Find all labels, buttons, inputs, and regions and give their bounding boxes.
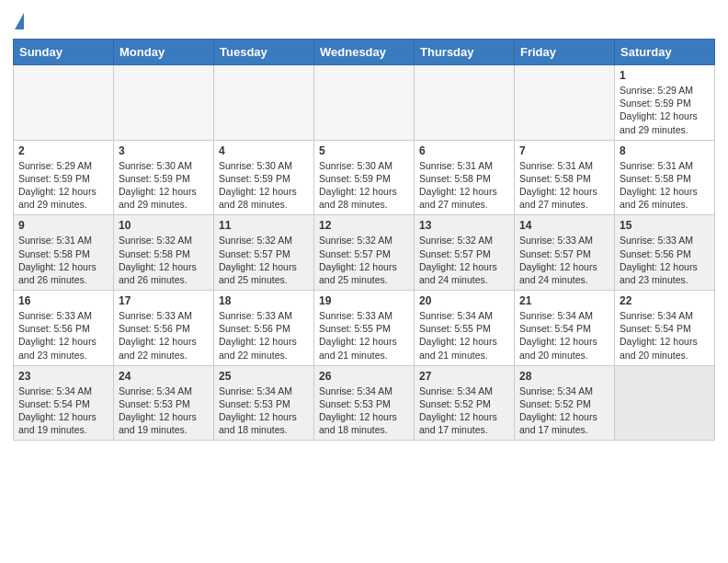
day-info: Sunrise: 5:33 AMSunset: 5:56 PMDaylight:… [119,309,209,362]
calendar-day-cell [615,365,715,441]
day-number: 22 [620,294,710,307]
day-number: 10 [119,219,209,232]
calendar-day-cell: 5Sunrise: 5:30 AMSunset: 5:59 PMDaylight… [314,140,415,215]
calendar-day-cell: 26Sunrise: 5:34 AMSunset: 5:53 PMDayligh… [314,365,415,441]
calendar-day-cell: 17Sunrise: 5:33 AMSunset: 5:56 PMDayligh… [114,291,214,366]
calendar-day-cell: 27Sunrise: 5:34 AMSunset: 5:52 PMDayligh… [415,365,515,441]
calendar-day-cell [214,65,314,141]
day-info: Sunrise: 5:29 AMSunset: 5:59 PMDaylight:… [18,159,108,212]
day-number: 7 [519,144,609,157]
day-info: Sunrise: 5:30 AMSunset: 5:59 PMDaylight:… [319,159,409,212]
calendar-day-cell: 4Sunrise: 5:30 AMSunset: 5:59 PMDaylight… [214,140,314,215]
day-number: 17 [119,294,209,307]
day-info: Sunrise: 5:33 AMSunset: 5:56 PMDaylight:… [620,234,710,286]
day-info: Sunrise: 5:34 AMSunset: 5:53 PMDaylight:… [219,385,309,437]
calendar-day-cell: 18Sunrise: 5:33 AMSunset: 5:56 PMDayligh… [214,291,314,366]
calendar-day-cell [415,65,515,141]
calendar-day-cell: 20Sunrise: 5:34 AMSunset: 5:55 PMDayligh… [415,291,515,366]
calendar-day-cell: 15Sunrise: 5:33 AMSunset: 5:56 PMDayligh… [615,215,715,291]
day-number: 26 [319,370,409,383]
day-number: 2 [18,144,108,157]
day-number: 18 [219,294,309,307]
calendar-day-cell [314,65,415,141]
calendar-day-cell: 8Sunrise: 5:31 AMSunset: 5:58 PMDaylight… [615,140,715,215]
calendar-day-cell [515,65,615,141]
calendar-day-cell: 11Sunrise: 5:32 AMSunset: 5:57 PMDayligh… [214,215,314,291]
calendar-day-cell: 12Sunrise: 5:32 AMSunset: 5:57 PMDayligh… [314,215,415,291]
day-info: Sunrise: 5:33 AMSunset: 5:56 PMDaylight:… [219,309,309,362]
header [13,9,715,31]
day-number: 23 [18,370,108,383]
day-number: 6 [419,144,509,157]
calendar-week-row-2: 9Sunrise: 5:31 AMSunset: 5:58 PMDaylight… [14,215,715,291]
day-number: 11 [219,219,309,232]
page: SundayMondayTuesdayWednesdayThursdayFrid… [0,0,728,454]
day-info: Sunrise: 5:29 AMSunset: 5:59 PMDaylight:… [620,84,710,136]
calendar-header-thursday: Thursday [415,40,515,65]
day-info: Sunrise: 5:30 AMSunset: 5:59 PMDaylight:… [119,159,209,212]
calendar-header-saturday: Saturday [615,40,715,65]
logo [13,13,24,31]
day-info: Sunrise: 5:31 AMSunset: 5:58 PMDaylight:… [519,159,609,212]
day-info: Sunrise: 5:34 AMSunset: 5:52 PMDaylight:… [419,385,509,437]
calendar-day-cell: 22Sunrise: 5:34 AMSunset: 5:54 PMDayligh… [615,291,715,366]
calendar-day-cell [114,65,214,141]
calendar-day-cell: 19Sunrise: 5:33 AMSunset: 5:55 PMDayligh… [314,291,415,366]
day-number: 13 [419,219,509,232]
day-number: 21 [519,294,609,307]
calendar-day-cell: 3Sunrise: 5:30 AMSunset: 5:59 PMDaylight… [114,140,214,215]
calendar-day-cell: 13Sunrise: 5:32 AMSunset: 5:57 PMDayligh… [415,215,515,291]
calendar-day-cell: 23Sunrise: 5:34 AMSunset: 5:54 PMDayligh… [14,365,114,441]
calendar-day-cell: 28Sunrise: 5:34 AMSunset: 5:52 PMDayligh… [515,365,615,441]
calendar-day-cell: 24Sunrise: 5:34 AMSunset: 5:53 PMDayligh… [114,365,214,441]
calendar-header-monday: Monday [114,40,214,65]
day-info: Sunrise: 5:34 AMSunset: 5:54 PMDaylight:… [620,309,710,362]
calendar-day-cell: 1Sunrise: 5:29 AMSunset: 5:59 PMDaylight… [615,65,715,141]
calendar-day-cell: 7Sunrise: 5:31 AMSunset: 5:58 PMDaylight… [515,140,615,215]
calendar-header-tuesday: Tuesday [214,40,314,65]
day-info: Sunrise: 5:31 AMSunset: 5:58 PMDaylight:… [620,159,710,212]
day-number: 25 [219,370,309,383]
day-info: Sunrise: 5:31 AMSunset: 5:58 PMDaylight:… [419,159,509,212]
day-info: Sunrise: 5:34 AMSunset: 5:52 PMDaylight:… [519,385,609,437]
calendar-header-row: SundayMondayTuesdayWednesdayThursdayFrid… [14,40,715,65]
calendar-day-cell: 9Sunrise: 5:31 AMSunset: 5:58 PMDaylight… [14,215,114,291]
calendar-day-cell: 21Sunrise: 5:34 AMSunset: 5:54 PMDayligh… [515,291,615,366]
day-info: Sunrise: 5:34 AMSunset: 5:53 PMDaylight:… [319,385,409,437]
calendar-day-cell: 10Sunrise: 5:32 AMSunset: 5:58 PMDayligh… [114,215,214,291]
day-info: Sunrise: 5:34 AMSunset: 5:55 PMDaylight:… [419,309,509,362]
day-number: 15 [620,219,710,232]
calendar-day-cell: 25Sunrise: 5:34 AMSunset: 5:53 PMDayligh… [214,365,314,441]
day-info: Sunrise: 5:34 AMSunset: 5:54 PMDaylight:… [18,385,108,437]
day-info: Sunrise: 5:34 AMSunset: 5:54 PMDaylight:… [519,309,609,362]
day-info: Sunrise: 5:32 AMSunset: 5:57 PMDaylight:… [319,234,409,286]
day-number: 9 [18,219,108,232]
day-number: 3 [119,144,209,157]
day-info: Sunrise: 5:30 AMSunset: 5:59 PMDaylight:… [219,159,309,212]
day-info: Sunrise: 5:32 AMSunset: 5:57 PMDaylight:… [419,234,509,286]
calendar-table: SundayMondayTuesdayWednesdayThursdayFrid… [13,39,715,441]
day-number: 20 [419,294,509,307]
calendar-day-cell: 16Sunrise: 5:33 AMSunset: 5:56 PMDayligh… [14,291,114,366]
day-number: 5 [319,144,409,157]
day-number: 1 [620,69,710,82]
calendar-day-cell: 14Sunrise: 5:33 AMSunset: 5:57 PMDayligh… [515,215,615,291]
calendar-header-wednesday: Wednesday [314,40,415,65]
calendar-day-cell: 2Sunrise: 5:29 AMSunset: 5:59 PMDaylight… [14,140,114,215]
day-info: Sunrise: 5:33 AMSunset: 5:57 PMDaylight:… [519,234,609,286]
calendar-week-row-0: 1Sunrise: 5:29 AMSunset: 5:59 PMDaylight… [14,65,715,141]
day-number: 27 [419,370,509,383]
logo-triangle-icon [15,13,24,29]
day-number: 19 [319,294,409,307]
calendar-week-row-1: 2Sunrise: 5:29 AMSunset: 5:59 PMDaylight… [14,140,715,215]
day-info: Sunrise: 5:31 AMSunset: 5:58 PMDaylight:… [18,234,108,286]
day-info: Sunrise: 5:32 AMSunset: 5:58 PMDaylight:… [119,234,209,286]
day-info: Sunrise: 5:32 AMSunset: 5:57 PMDaylight:… [219,234,309,286]
day-number: 16 [18,294,108,307]
day-number: 4 [219,144,309,157]
day-number: 8 [620,144,710,157]
calendar-day-cell [14,65,114,141]
calendar-day-cell: 6Sunrise: 5:31 AMSunset: 5:58 PMDaylight… [415,140,515,215]
day-info: Sunrise: 5:33 AMSunset: 5:55 PMDaylight:… [319,309,409,362]
day-number: 28 [519,370,609,383]
